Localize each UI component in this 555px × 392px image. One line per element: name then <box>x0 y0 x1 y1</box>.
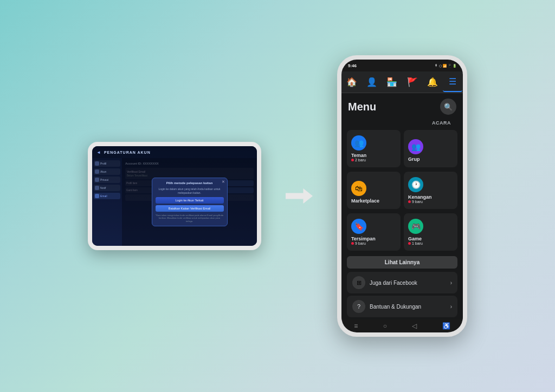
sidebar-icon <box>95 194 99 198</box>
game-badge-text: 1 baru <box>412 241 423 245</box>
grup-icon: 👥 <box>408 139 423 154</box>
grid-item-marketplace[interactable]: 🛍 Marketplace <box>347 172 401 209</box>
battery-icon: 🔋 <box>453 64 456 68</box>
back-icon[interactable]: ◄ <box>96 150 101 155</box>
nav-item-flag[interactable]: 🚩 <box>403 73 422 92</box>
bantuan-icon: ? <box>352 300 365 313</box>
teman-badge: 2 baru <box>351 158 396 162</box>
see-more-button[interactable]: Lihat Lainnya <box>347 256 457 269</box>
modal-login-button[interactable]: Login ke Akun Terkait <box>156 197 224 204</box>
arrow <box>283 188 315 204</box>
menu-icon: ☰ <box>449 76 456 87</box>
left-phone: ◄ PENGATURAN AKUN Profil Akun Pr <box>88 142 261 250</box>
nav-item-friends[interactable]: 👤 <box>362 73 382 92</box>
signal-icon: 📱 <box>448 64 451 68</box>
bottom-bar: ≡ ○ ◁ ♿ <box>341 319 463 332</box>
grid-item-teman[interactable]: 👥 Teman 2 baru <box>347 130 401 167</box>
status-icons: 🎙 ⬡ 📶 📱 🔋 <box>435 64 456 68</box>
grid-row-1: 👥 Teman 2 baru 👥 Grup <box>341 128 463 169</box>
grid-item-grup[interactable]: 👥 Grup <box>404 130 457 167</box>
arrow-container <box>283 188 315 204</box>
modal-footnote: *Kami akan mengirimkan kode verifikasi p… <box>156 214 224 223</box>
bantuan-left: ? Bantuan & Dukungan <box>352 300 421 313</box>
sidebar-item[interactable]: Profil <box>94 160 120 167</box>
nav-item-store[interactable]: 🏪 <box>382 73 402 92</box>
sidebar-item[interactable]: Privasi <box>94 177 120 183</box>
tersimpan-icon: 🔖 <box>351 219 366 234</box>
modal-email-button[interactable]: Batalkan Kaitan Verifikasi Email <box>156 205 224 212</box>
status-bar: 5:46 🎙 ⬡ 📶 📱 🔋 <box>341 60 463 71</box>
arrow-shape <box>286 188 313 204</box>
modal-overlay: ✕ Pilih metode pelepasan kaitan Login ke… <box>122 158 257 246</box>
marketplace-icon: 🛍 <box>351 181 366 196</box>
nav-item-bell[interactable]: 🔔 <box>423 73 442 92</box>
home-icon: 🏠 <box>346 77 357 87</box>
bantuan-item[interactable]: ? Bantuan & Dukungan › <box>347 296 457 317</box>
game-title: PENGATURAN AKUN <box>104 151 151 154</box>
modal-close-button[interactable]: ✕ <box>222 180 225 184</box>
right-phone: 5:46 🎙 ⬡ 📶 📱 🔋 🏠 👤 🏪 🚩 <box>337 55 467 337</box>
teman-badge-text: 2 baru <box>355 158 366 162</box>
game-icon: 🎮 <box>408 219 423 234</box>
game-badge: 1 baru <box>408 241 453 245</box>
section-juga: ⊞ Juga dari Facebook › <box>347 272 457 293</box>
kenangan-badge-text: 9 baru <box>412 200 423 204</box>
modal-title: Pilih metode pelepasan kaitan <box>156 181 224 185</box>
menu-title: Menu <box>348 101 376 113</box>
juga-icon: ⊞ <box>352 276 365 289</box>
juga-item[interactable]: ⊞ Juga dari Facebook › <box>347 272 457 293</box>
sidebar-item[interactable]: Notif <box>94 185 120 191</box>
grid-item-tersimpan[interactable]: 🔖 Tersimpan 9 baru <box>347 213 401 251</box>
juga-left: ⊞ Juga dari Facebook <box>352 276 417 289</box>
sidebar-item[interactable]: Email <box>94 193 120 199</box>
flag-icon: 🚩 <box>407 77 418 87</box>
nav-item-home[interactable]: 🏠 <box>342 73 362 92</box>
game-sidebar: Profil Akun Privasi Notif <box>92 158 122 246</box>
game-header: ◄ PENGATURAN AKUN <box>92 146 257 158</box>
scene: ◄ PENGATURAN AKUN Profil Akun Pr <box>0 0 555 392</box>
grid-row-3: 🔖 Tersimpan 9 baru 🎮 Game 1 baru <box>341 211 463 253</box>
friends-icon: 👤 <box>366 77 377 87</box>
grid-item-game[interactable]: 🎮 Game 1 baru <box>404 213 457 251</box>
sidebar-text: Privasi <box>100 178 108 181</box>
mic-icon: 🎙 <box>435 64 438 67</box>
tersimpan-badge-text: 9 baru <box>355 241 366 245</box>
juga-label: Juga dari Facebook <box>370 280 417 286</box>
accessibility-button[interactable]: ♿ <box>442 322 450 330</box>
sidebar-text: Notif <box>100 186 106 190</box>
nav-menu-button[interactable]: ≡ <box>354 322 358 330</box>
game-body: Profil Akun Privasi Notif <box>92 158 257 246</box>
sidebar-text: Akun <box>100 170 106 173</box>
tersimpan-badge: 9 baru <box>351 241 396 245</box>
chevron-juga: › <box>450 280 452 286</box>
nav-home-button[interactable]: ○ <box>383 322 387 330</box>
badge-dot-tersimpan <box>351 242 354 245</box>
search-button[interactable]: 🔍 <box>440 99 456 115</box>
nav-back-button[interactable]: ◁ <box>412 322 417 330</box>
nav-item-menu[interactable]: ☰ <box>443 73 462 92</box>
badge-dot <box>351 159 354 161</box>
facebook-nav: 🏠 👤 🏪 🚩 🔔 ☰ <box>341 71 463 93</box>
section-bantuan: ? Bantuan & Dukungan › <box>347 296 457 317</box>
tersimpan-label: Tersimpan <box>351 236 396 241</box>
grid-item-kenangan[interactable]: 🕐 Kenangan 9 baru <box>404 172 457 209</box>
grup-label: Grup <box>408 156 453 162</box>
sidebar-icon <box>95 169 99 174</box>
acara-section-label: Acara <box>425 118 457 127</box>
sidebar-icon <box>95 161 99 166</box>
sidebar-text: Email <box>100 194 107 198</box>
wifi-icon: 📶 <box>443 64 447 68</box>
bell-icon: 🔔 <box>427 77 438 87</box>
badge-dot-game <box>408 242 411 245</box>
sidebar-text: Profil <box>100 162 106 165</box>
marketplace-label: Marketplace <box>351 198 396 204</box>
sidebar-item[interactable]: Akun <box>94 168 120 175</box>
search-icon: 🔍 <box>444 103 453 111</box>
game-label: Game <box>408 236 453 241</box>
kenangan-badge: 9 baru <box>408 200 453 204</box>
teman-label: Teman <box>351 153 396 158</box>
modal-description: Login ke dalam akun yang telah Anda kait… <box>156 187 224 195</box>
sidebar-icon <box>95 186 99 190</box>
chevron-bantuan: › <box>450 304 452 310</box>
kenangan-icon: 🕐 <box>408 177 423 192</box>
